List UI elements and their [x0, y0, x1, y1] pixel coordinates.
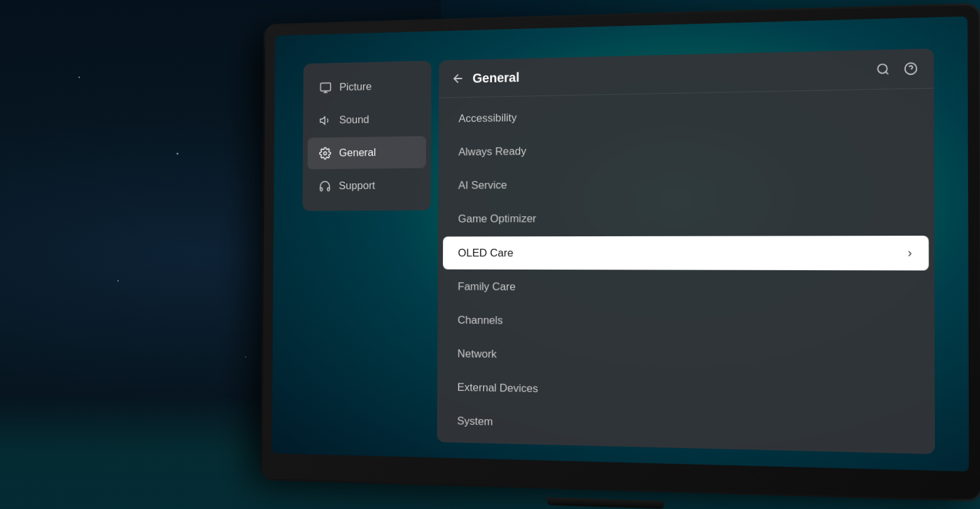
help-button[interactable] — [901, 60, 920, 78]
option-channels[interactable]: Channels — [442, 304, 928, 342]
sidebar-item-general[interactable]: General — [308, 136, 427, 170]
tv-screen: Picture Sound — [272, 16, 969, 471]
tv-frame: Picture Sound — [264, 25, 955, 478]
option-network[interactable]: Network — [442, 337, 929, 377]
panel-header-icons — [874, 60, 920, 79]
search-button[interactable] — [874, 60, 892, 79]
right-panel: General — [437, 48, 935, 454]
svg-marker-2 — [320, 117, 325, 124]
option-ai-service[interactable]: AI Service — [444, 165, 929, 202]
sound-icon — [318, 114, 332, 128]
svg-rect-0 — [320, 83, 330, 91]
option-oled-care-label: OLED Care — [458, 246, 513, 260]
sidebar-item-sound[interactable]: Sound — [308, 103, 427, 137]
back-button[interactable] — [451, 72, 465, 86]
option-always-ready-label: Always Ready — [459, 145, 526, 159]
option-external-devices-label: External Devices — [457, 381, 538, 395]
option-channels-label: Channels — [457, 314, 503, 327]
svg-point-3 — [324, 151, 327, 155]
sidebar-item-picture[interactable]: Picture — [308, 70, 427, 104]
general-icon — [318, 146, 332, 160]
option-game-optimizer[interactable]: Game Optimizer — [443, 200, 928, 236]
option-family-care[interactable]: Family Care — [443, 271, 929, 306]
menu-overlay: Picture Sound — [283, 29, 956, 442]
sidebar-item-general-label: General — [339, 146, 376, 160]
sidebar-item-support-label: Support — [339, 180, 375, 193]
svg-line-5 — [886, 72, 888, 74]
options-list: Accessibility Always Ready AI Service Ga… — [437, 89, 935, 454]
option-ai-service-label: AI Service — [458, 179, 507, 192]
picture-icon — [319, 80, 332, 95]
panel-title: General — [472, 62, 866, 85]
support-icon — [318, 179, 332, 193]
left-panel: Picture Sound — [302, 60, 431, 211]
tv-bezel: Picture Sound — [262, 5, 980, 500]
option-family-care-label: Family Care — [458, 280, 516, 293]
option-system-label: System — [457, 415, 493, 429]
option-accessibility-label: Accessibility — [459, 111, 517, 125]
option-always-ready[interactable]: Always Ready — [444, 129, 928, 168]
option-accessibility[interactable]: Accessibility — [444, 94, 928, 135]
option-oled-care[interactable]: OLED Care › — [443, 236, 929, 270]
chevron-right-icon: › — [908, 246, 912, 260]
option-network-label: Network — [457, 348, 497, 361]
sidebar-item-sound-label: Sound — [339, 114, 369, 127]
sidebar-item-picture-label: Picture — [339, 80, 371, 94]
sidebar-item-support[interactable]: Support — [307, 169, 426, 202]
option-game-optimizer-label: Game Optimizer — [458, 212, 536, 226]
